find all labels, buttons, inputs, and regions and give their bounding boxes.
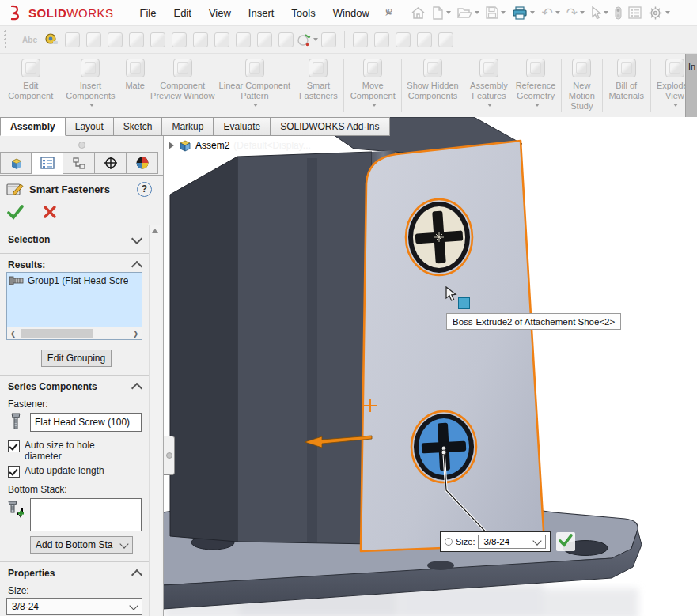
redo-caret[interactable] (580, 11, 585, 14)
print-button[interactable] (509, 5, 537, 21)
save-caret[interactable] (501, 11, 506, 14)
scroll-right-icon[interactable]: ❯ (130, 330, 142, 338)
callout-size-dropdown[interactable]: 3/8-24 (478, 535, 546, 549)
assembly-features-button[interactable]: Assembly Features (466, 54, 512, 117)
tree-item-name[interactable]: Assem2 (195, 140, 229, 151)
check-entity-button[interactable] (169, 29, 190, 50)
section-properties-button[interactable] (83, 29, 104, 50)
tab-evaluate[interactable]: Evaluate (214, 117, 271, 136)
interference-detection-button[interactable] (211, 29, 233, 50)
ok-button[interactable] (6, 204, 25, 220)
panel-resize-handle[interactable] (78, 142, 85, 149)
undo-button[interactable]: ↶ (539, 5, 562, 21)
panel-vertical-scrollbar[interactable] (149, 225, 161, 616)
copy-settings-button[interactable] (414, 29, 435, 50)
spell-check-button[interactable]: Abc (19, 29, 40, 50)
save-button[interactable] (483, 5, 508, 21)
linear-component-pattern-button[interactable]: Linear Component Pattern (214, 54, 294, 117)
tab-markup[interactable]: Markup (162, 117, 214, 136)
auto-size-checkbox-row[interactable]: Auto size to hole diameter (8, 440, 142, 462)
show-hidden-components-button[interactable]: Show Hidden Components (403, 54, 462, 117)
fastener-top[interactable] (406, 199, 472, 275)
design-table-button[interactable] (318, 29, 339, 50)
sensor-button[interactable] (126, 29, 147, 50)
tab-property-manager[interactable] (32, 152, 63, 174)
results-section-header[interactable]: Results: (8, 259, 141, 270)
open-caret[interactable] (475, 11, 479, 14)
new-motion-study-button[interactable]: New Motion Study (563, 54, 600, 117)
exploded-view-caret[interactable] (673, 104, 678, 107)
help-button[interactable]: ? (137, 182, 152, 197)
component-preview-window-button[interactable]: Component Preview Window (150, 54, 214, 117)
mass-properties-button[interactable] (62, 29, 83, 50)
scroll-up-icon[interactable] (152, 229, 158, 233)
undo-caret[interactable] (555, 11, 560, 14)
size-dropdown[interactable]: 3/8-24 (6, 598, 142, 615)
results-horizontal-scrollbar[interactable]: ❮ ❯ (7, 327, 142, 339)
menu-view[interactable]: View (200, 2, 240, 24)
measure-button[interactable] (40, 29, 62, 50)
insert-components-caret[interactable] (89, 104, 94, 107)
reference-geometry-caret[interactable] (535, 104, 540, 107)
symmetry-check-button[interactable] (254, 29, 275, 50)
costing-button[interactable] (435, 29, 456, 50)
new-document-button[interactable] (430, 5, 453, 21)
new-document-caret[interactable] (446, 11, 451, 14)
add-to-bottom-stack-button[interactable]: Add to Bottom Sta (30, 536, 133, 554)
select-button[interactable] (589, 5, 611, 21)
tab-configuration-manager[interactable] (63, 152, 95, 174)
move-component-caret[interactable] (372, 104, 377, 107)
equations-button[interactable] (190, 29, 211, 50)
graphics-viewport[interactable]: Assem2 (Default<Display... Boss-Extrude2… (164, 117, 697, 616)
magnet-toggle-button[interactable] (612, 5, 624, 21)
results-listbox[interactable]: Group1 (Flat Head Scre ❮ ❯ (6, 272, 142, 340)
results-list-item[interactable]: Group1 (Flat Head Scre (7, 273, 142, 289)
callout-pin-icon[interactable] (445, 538, 453, 546)
simulation-button[interactable] (350, 29, 371, 50)
settings-button[interactable] (646, 4, 672, 22)
cancel-button[interactable] (43, 205, 57, 219)
tree-expand-caret[interactable] (169, 142, 174, 149)
draft-analysis-button[interactable] (233, 29, 254, 50)
assembly-features-caret[interactable] (487, 104, 492, 107)
menu-tools[interactable]: Tools (282, 2, 324, 24)
menu-window[interactable]: Window (324, 2, 378, 24)
menu-insert[interactable]: Insert (240, 2, 283, 24)
flyout-feature-tree[interactable]: Assem2 (Default<Display... (169, 139, 311, 152)
bill-of-materials-button[interactable]: Bill of Materials (604, 54, 649, 117)
auto-update-checkbox-row[interactable]: Auto update length (8, 465, 150, 478)
print-caret[interactable] (530, 11, 535, 14)
properties-section-header[interactable]: Properties (8, 568, 141, 579)
performance-evaluation-button[interactable] (104, 29, 126, 50)
pin-menu-icon[interactable]: ⚘ (380, 4, 397, 21)
menu-edit[interactable]: Edit (165, 2, 199, 24)
auto-size-checkbox[interactable] (8, 440, 20, 452)
edit-component-button[interactable]: Edit Component (0, 54, 62, 117)
flow-simulation-button[interactable] (371, 29, 392, 50)
menu-file[interactable]: File (131, 2, 165, 24)
tab-display-manager[interactable] (127, 152, 158, 174)
bottom-stack-listbox[interactable] (30, 498, 142, 531)
check-button[interactable] (147, 29, 169, 50)
design-checker-button[interactable] (297, 29, 318, 50)
tab-solidworks-add-ins[interactable]: SOLIDWORKS Add-Ins (271, 117, 389, 136)
tab-assembly[interactable]: Assembly (0, 117, 66, 136)
tab-layout[interactable]: Layout (66, 117, 114, 136)
auto-update-checkbox[interactable] (8, 466, 20, 478)
scroll-thumb[interactable] (21, 329, 93, 338)
compare-documents-button[interactable] (275, 29, 297, 50)
callout-ok-button[interactable] (556, 532, 575, 551)
tab-sketch[interactable]: Sketch (114, 117, 163, 136)
linear-component-pattern-caret[interactable] (253, 104, 258, 107)
toolbar-drag-handle[interactable] (3, 29, 8, 50)
home-button[interactable] (408, 5, 428, 21)
panel-splitter-handle[interactable] (164, 436, 175, 475)
tab-dimxpert-manager[interactable] (95, 152, 127, 174)
series-components-section-header[interactable]: Series Components (8, 381, 141, 392)
approve-button[interactable] (392, 29, 414, 50)
scroll-left-icon[interactable]: ❮ (7, 330, 19, 338)
move-component-button[interactable]: Move Component (346, 54, 400, 117)
reference-geometry-button[interactable]: Reference Geometry (512, 54, 559, 117)
tab-feature-manager[interactable] (0, 152, 32, 174)
redo-button[interactable]: ↷ (564, 5, 587, 21)
